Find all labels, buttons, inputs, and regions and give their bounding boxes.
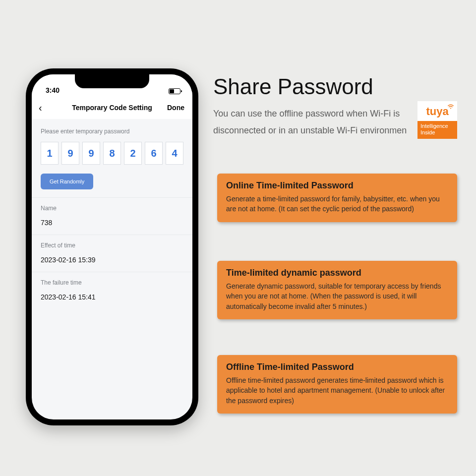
card-title: Online Time-limited Password: [226, 180, 448, 191]
otp-cell[interactable]: 4: [166, 142, 183, 165]
card-title: Offline Time-limited Password: [226, 362, 448, 372]
otp-cell[interactable]: 8: [103, 142, 121, 165]
phone-screen: 3:40 ‹ Temporary Code Setting Done Pleas…: [32, 74, 192, 419]
row-failure-time[interactable]: The failure time 2023-02-16 15:41: [32, 272, 192, 309]
card-body: Generate a time-limited password for fam…: [226, 194, 448, 214]
otp-cell[interactable]: 2: [124, 142, 142, 165]
row-label: Effect of time: [41, 242, 183, 249]
row-value: 2023-02-16 15:41: [41, 293, 183, 301]
card-body: Generate dynamic password, suitable for …: [226, 281, 448, 311]
wifi-icon: [447, 103, 454, 110]
card-body: Offline time-limited password generates …: [226, 375, 448, 406]
row-effect-time[interactable]: Effect of time 2023-02-16 15:39: [32, 235, 192, 272]
svg-point-0: [450, 108, 451, 109]
headline: Share Password: [213, 74, 373, 99]
feature-card-dynamic: Time-limited dynamic password Generate d…: [217, 261, 457, 319]
otp-cell[interactable]: 6: [145, 142, 163, 165]
card-title: Time-limited dynamic password: [226, 268, 448, 278]
feature-card-offline: Offline Time-limited Password Offline ti…: [217, 355, 457, 414]
otp-section: Please enter temporary password 1 9 9 8 …: [32, 119, 192, 197]
row-label: Name: [41, 205, 183, 212]
done-button[interactable]: Done: [167, 104, 184, 112]
row-label: The failure time: [41, 279, 183, 286]
page-title: Temporary Code Setting: [72, 104, 152, 112]
row-name[interactable]: Name 738: [32, 197, 192, 235]
status-time: 3:40: [46, 86, 60, 94]
tuya-brand-text: tuya: [426, 105, 448, 118]
phone-notch: [75, 74, 149, 88]
row-value: 738: [41, 219, 183, 227]
back-icon[interactable]: ‹: [39, 102, 42, 114]
get-randomly-button[interactable]: Get Randomly: [41, 174, 93, 189]
battery-icon: [169, 88, 180, 94]
otp-cell[interactable]: 9: [61, 142, 79, 165]
feature-card-online: Online Time-limited Password Generate a …: [217, 174, 457, 222]
otp-cell[interactable]: 9: [82, 142, 100, 165]
subhead: You can use the offline password when Wi…: [213, 105, 412, 139]
otp-hint: Please enter temporary password: [41, 128, 183, 135]
row-value: 2023-02-16 15:39: [41, 256, 183, 264]
otp-input[interactable]: 1 9 9 8 2 6 4: [41, 142, 183, 165]
tuya-brand: tuya: [417, 101, 457, 121]
nav-bar: ‹ Temporary Code Setting Done: [32, 96, 192, 119]
otp-cell[interactable]: 1: [41, 142, 59, 165]
tuya-badge: tuya Intelligence Inside: [417, 101, 457, 139]
phone-mockup: 3:40 ‹ Temporary Code Setting Done Pleas…: [26, 68, 198, 425]
tuya-tagline: Intelligence Inside: [417, 121, 457, 139]
settings-list: Name 738 Effect of time 2023-02-16 15:39…: [32, 197, 192, 309]
